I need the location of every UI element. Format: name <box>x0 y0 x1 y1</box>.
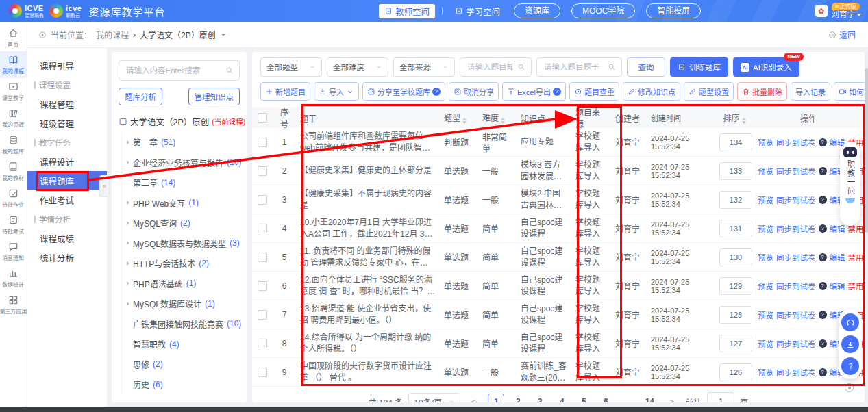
tree-node[interactable]: HTTP与会话技术 (2) <box>127 253 240 274</box>
expand-arrow-icon[interactable] <box>127 160 129 164</box>
knowledge-filter-input[interactable] <box>466 62 514 72</box>
row-checkbox[interactable] <box>258 138 267 147</box>
page-button[interactable]: 4 <box>554 394 570 402</box>
rail-item[interactable]: 数据统计 <box>0 265 27 292</box>
tree-node[interactable]: 历史 (6) <box>127 374 240 395</box>
sync-to-paper-link[interactable]: 同步到试卷 <box>776 338 816 349</box>
customer-service-button[interactable] <box>841 313 859 331</box>
sort-order-input[interactable] <box>719 133 752 151</box>
rail-item[interactable]: 我的资源 <box>0 105 27 131</box>
sort-order-input[interactable] <box>719 277 752 295</box>
toolbar-button[interactable]: 导入记录 <box>791 82 830 101</box>
disable-link[interactable]: 禁用 <box>848 281 864 292</box>
rail-item[interactable]: 我的题库 <box>0 131 27 158</box>
toolbar-button[interactable]: 导入 <box>314 82 359 101</box>
question-type-select[interactable]: 全部题型 <box>260 57 322 77</box>
sort-order-input[interactable] <box>719 248 752 266</box>
search-icon[interactable] <box>517 63 525 71</box>
toolbar-button[interactable]: 题目查重 <box>569 82 619 101</box>
rail-item[interactable]: 第三方应用 <box>0 292 27 318</box>
stem-filter-input[interactable] <box>543 62 605 72</box>
help-icon[interactable]: ? <box>432 88 441 96</box>
rail-item[interactable]: 课堂教学 <box>0 78 27 105</box>
page-size-select[interactable]: 10条/页 <box>408 393 460 402</box>
page-button[interactable]: 6 <box>597 394 614 402</box>
sync-to-paper-link[interactable]: 同步到试卷 <box>776 281 816 292</box>
sort-order-input[interactable] <box>719 191 752 209</box>
header-pill-button[interactable]: 智能投屏 <box>646 3 701 18</box>
row-checkbox[interactable] <box>258 281 267 291</box>
sync-to-paper-link[interactable]: 同步到试卷 <box>776 252 816 263</box>
tree-node[interactable]: 第一章 (51) <box>127 132 240 153</box>
row-checkbox[interactable] <box>258 253 267 262</box>
menu-item[interactable]: 课程管理 <box>27 94 107 114</box>
select-all-checkbox[interactable] <box>258 113 267 123</box>
edit-link[interactable]: 编辑 <box>830 223 845 234</box>
disable-link[interactable]: 禁用 <box>848 252 864 263</box>
expand-arrow-icon[interactable] <box>127 140 129 144</box>
header-pill-button[interactable]: 资源库 <box>514 3 560 18</box>
training-bank-button[interactable]: 训练题库 <box>670 57 728 77</box>
sort-order-input[interactable] <box>719 363 752 381</box>
bank-analyze-button[interactable]: 题库分析 <box>119 88 162 105</box>
school-avatar[interactable]: ✿ <box>815 5 828 17</box>
col-sort[interactable]: 排序 <box>715 112 754 124</box>
row-checkbox[interactable] <box>258 224 267 233</box>
preview-link[interactable]: 预览 <box>758 252 773 263</box>
chevron-down-icon[interactable] <box>221 34 225 36</box>
rail-item[interactable]: 消息通知 <box>0 238 27 265</box>
toolbar-button[interactable]: 批量删除 <box>737 82 787 101</box>
toolbar-button[interactable]: 取消分享 <box>449 82 499 101</box>
help-icon[interactable]: ? <box>819 253 827 261</box>
row-checkbox[interactable] <box>258 310 267 320</box>
sort-icon[interactable] <box>462 118 467 124</box>
expand-arrow-icon[interactable] <box>127 302 129 306</box>
ai-assistant-widget[interactable]: 职教一问 <box>840 142 860 226</box>
tree-node[interactable]: 思修 (2) <box>127 355 240 375</box>
sort-order-input[interactable] <box>719 335 752 352</box>
help-icon[interactable]: ? <box>819 311 827 319</box>
toolbar-button[interactable]: 分享至学校题库 ? <box>362 82 445 101</box>
breadcrumb-parent-link[interactable]: 我的课程 <box>96 29 129 40</box>
preview-link[interactable]: 预览 <box>758 309 773 320</box>
expand-arrow-icon[interactable] <box>127 241 129 245</box>
source-select[interactable]: 全部来源 <box>393 57 455 77</box>
menu-item[interactable]: 作业考试 <box>27 190 107 209</box>
rail-item[interactable]: 待批作业 <box>0 185 27 211</box>
toolbar-button[interactable]: 题型设置 <box>684 82 734 101</box>
difficulty-select[interactable]: 全部难度 <box>327 57 388 77</box>
tree-node[interactable]: MySQL数据库设计 (1) <box>127 294 240 314</box>
row-checkbox[interactable] <box>258 339 267 348</box>
menu-item[interactable]: 课程题库 <box>27 171 107 190</box>
rail-item[interactable]: 首页 <box>0 25 27 51</box>
rail-item[interactable]: 我的课程 <box>0 51 27 78</box>
edit-link[interactable]: 编辑 <box>830 281 845 292</box>
menu-item[interactable]: 学情分析 <box>27 209 107 229</box>
help-button[interactable]: ? <box>841 357 859 375</box>
help-icon[interactable]: ? <box>819 282 827 290</box>
expand-arrow-icon[interactable] <box>127 201 129 205</box>
preview-link[interactable]: 预览 <box>758 223 773 234</box>
sync-to-paper-link[interactable]: 同步到试卷 <box>776 194 816 205</box>
expand-arrow-icon[interactable] <box>127 221 129 225</box>
preview-link[interactable]: 预览 <box>758 338 773 349</box>
menu-item[interactable]: 课程设置 <box>27 75 107 94</box>
user-menu[interactable]: 刘育宁 <box>832 10 862 19</box>
course-tree-root[interactable]: 大学语文（2P）原创 (当前课程) <box>119 115 240 128</box>
rail-item[interactable]: 我的教材 <box>0 158 27 185</box>
row-checkbox[interactable] <box>258 195 267 205</box>
sync-to-paper-link[interactable]: 同步到试卷 <box>776 309 816 320</box>
edit-link[interactable]: 编辑 <box>830 252 845 263</box>
help-icon[interactable]: ? <box>819 138 827 146</box>
toolbar-button[interactable]: 如何上传题库? <box>834 82 865 101</box>
sync-to-paper-link[interactable]: 同步到试卷 <box>776 367 816 378</box>
sort-icon[interactable] <box>742 118 746 124</box>
tree-node[interactable]: 企业经济业务核算与报告 (10) <box>127 153 240 173</box>
menu-item[interactable]: 课程设计 <box>27 152 107 171</box>
sort-order-input[interactable] <box>719 306 752 324</box>
help-icon[interactable]: ? <box>819 368 827 376</box>
page-button[interactable]: 2 <box>510 394 526 402</box>
search-icon[interactable] <box>608 63 616 71</box>
menu-item[interactable]: 统计分析 <box>27 248 107 267</box>
page-button[interactable]: 3 <box>532 394 548 402</box>
